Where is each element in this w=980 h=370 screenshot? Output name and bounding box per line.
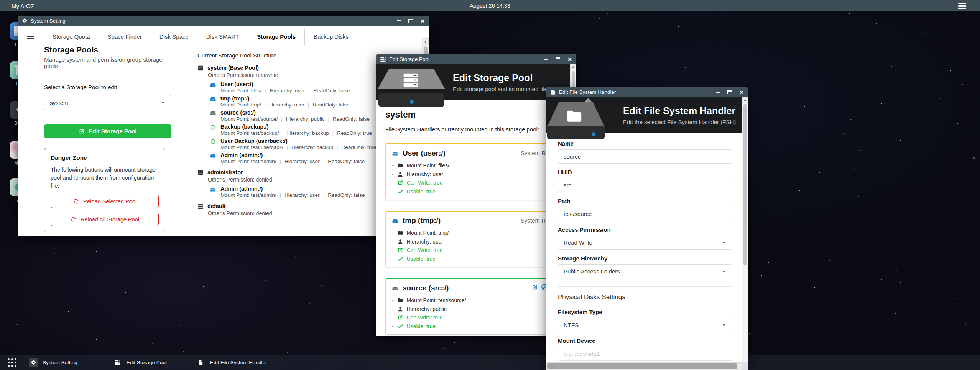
scrollbar[interactable]: ▲ (742, 97, 748, 362)
close-icon[interactable]: ✕ (420, 18, 425, 24)
star (288, 285, 288, 285)
access-permission-label: Access Permission (558, 226, 732, 233)
app-launcher-icon[interactable] (8, 358, 16, 367)
maximize-button[interactable] (408, 19, 413, 23)
divider (558, 286, 732, 287)
card-item: -Mount Point: tmp/ (392, 229, 560, 237)
drive-icon (210, 82, 216, 94)
star (793, 185, 794, 185)
star (351, 352, 352, 352)
edit-fsh-button[interactable] (532, 284, 538, 290)
scroll-up-icon[interactable]: ▲ (571, 64, 576, 70)
star (858, 196, 860, 197)
fsh-details: Mount Point: tmp/Hierarchy: userReadOnly… (220, 102, 349, 108)
mounted-heading: File System Handlers currently mounted i… (385, 126, 567, 133)
star (769, 159, 770, 160)
window-title: Edit File System Handler (559, 89, 616, 95)
horizontal-scrollbar[interactable] (546, 362, 742, 370)
drive-icon (392, 150, 398, 157)
fsh-name: source (src:/) (220, 110, 370, 116)
edit-fsh-banner: Edit File System Handler Edit the select… (546, 97, 748, 133)
star (584, 36, 584, 37)
card-item: -Hierarchy: user (392, 170, 560, 179)
taskbar-item-edit-storage-pool[interactable]: Edit Storage Pool (113, 358, 167, 367)
star (303, 273, 304, 273)
filesystem-type-label: Filesystem Type (558, 309, 732, 315)
tab-backup-disks[interactable]: Backup Disks (305, 26, 357, 47)
scrollbar-thumb[interactable] (547, 363, 737, 369)
check-icon (397, 256, 403, 262)
tab-storage-pools[interactable]: Storage Pools (248, 28, 305, 46)
card-item: -Usable: true (392, 255, 560, 264)
edit-icon (397, 180, 403, 186)
taskbar-item-system-setting[interactable]: System Setting (29, 358, 77, 367)
card-item: -Usable: true (392, 322, 560, 331)
edit-storage-pool-button[interactable]: Edit Storage Pool (44, 124, 171, 138)
fsh-name: Backup (backup:/) (220, 124, 372, 130)
close-icon[interactable]: ✕ (739, 90, 744, 95)
fsh-card-user: User (user:/) System Res -Mount Point: f… (385, 143, 567, 200)
edit-storage-pool-window: Edit Storage Pool ✕ Edit Storage Pool Ed… (376, 54, 576, 336)
fsh-name: Admin (admin:/) (220, 152, 365, 158)
tab-disk-space[interactable]: Disk Space (151, 26, 197, 47)
access-permission-select[interactable]: Read Write (558, 236, 732, 250)
reload-selected-pool-button[interactable]: Reload Selected Pool (51, 195, 159, 208)
storage-pool-select[interactable]: system (44, 95, 171, 110)
storage-hierarchy-select[interactable]: Public Access Folders (558, 264, 732, 278)
close-icon[interactable]: ✕ (567, 57, 572, 62)
fsh-card-title: tmp (tmp:/) (403, 216, 441, 225)
taskbar-item-label: Edit File System Handler (210, 360, 267, 365)
star (863, 88, 863, 89)
user-icon (397, 306, 403, 312)
star (891, 66, 892, 67)
star (454, 342, 455, 343)
star (900, 178, 901, 178)
star (837, 118, 838, 119)
minimize-button[interactable] (397, 20, 401, 21)
taskbar-item-edit-fsh[interactable]: Edit File System Handler (196, 358, 267, 367)
path-field[interactable] (558, 207, 732, 221)
maximize-button[interactable] (727, 90, 732, 94)
star (678, 26, 679, 27)
star (218, 319, 219, 320)
scroll-up-icon[interactable]: ▲ (423, 38, 429, 45)
star (371, 270, 372, 271)
scroll-up-icon[interactable]: ▲ (742, 97, 748, 103)
star (203, 286, 204, 287)
edit-icon (79, 128, 85, 134)
star (819, 172, 820, 173)
star (898, 149, 898, 150)
filesystem-type-select[interactable]: NTFS (558, 318, 732, 332)
star (942, 69, 943, 69)
pool-permission: Other's Permission: denied (208, 177, 404, 183)
fsh-row: User Backup (userback:/) Mount Point: te… (210, 138, 404, 151)
refresh-icon (73, 198, 79, 205)
star (939, 333, 940, 334)
menu-icon[interactable] (27, 34, 34, 39)
star (850, 119, 852, 120)
mount-device-field[interactable] (558, 347, 732, 361)
tab-space-finder[interactable]: Space Finder (99, 26, 151, 47)
uuid-field[interactable] (558, 178, 732, 192)
reload-all-storage-pool-button[interactable]: Reload All Storage Pool (51, 213, 159, 226)
star (599, 18, 600, 19)
star (138, 243, 139, 244)
star (876, 23, 877, 24)
edit-fsh-titlebar[interactable]: Edit File System Handler ✕ (546, 87, 748, 97)
star (164, 339, 165, 340)
minimize-button[interactable] (544, 59, 548, 60)
tab-disk-smart[interactable]: Disk SMART (197, 26, 248, 47)
edit-storage-pool-titlebar[interactable]: Edit Storage Pool ✕ (376, 54, 576, 64)
scrollbar-thumb[interactable] (743, 104, 747, 265)
minimize-button[interactable] (716, 92, 720, 93)
star (28, 321, 29, 322)
pool-name: system (Base Pool) (207, 65, 259, 71)
star (940, 98, 941, 100)
maximize-button[interactable] (556, 57, 560, 61)
top-menu-icon[interactable] (958, 3, 966, 9)
edit-icon (397, 247, 403, 253)
system-setting-titlebar[interactable]: System Setting ✕ (18, 16, 429, 26)
name-field[interactable] (558, 149, 732, 164)
banner-title: Edit File System Handler (623, 105, 736, 116)
tab-storage-quota[interactable]: Storage Quota (44, 26, 99, 47)
